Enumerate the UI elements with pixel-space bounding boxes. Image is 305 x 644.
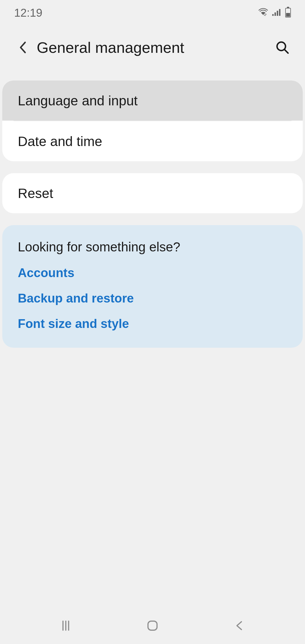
back-button[interactable] — [14, 39, 31, 56]
link-label: Accounts — [18, 266, 74, 280]
chevron-left-icon — [18, 41, 27, 54]
list-item-reset[interactable]: Reset — [2, 173, 303, 213]
list-item-label: Language and input — [18, 93, 138, 108]
recents-icon — [60, 619, 72, 632]
page-title: General management — [37, 39, 274, 56]
svg-line-5 — [285, 50, 288, 53]
svg-rect-1 — [274, 12, 276, 16]
link-font-size-and-style[interactable]: Font size and style — [2, 311, 303, 336]
link-label: Font size and style — [18, 317, 129, 330]
chevron-left-icon — [234, 619, 244, 632]
nav-back-button[interactable] — [228, 614, 250, 637]
svg-rect-0 — [272, 14, 274, 16]
settings-group-2: Reset — [2, 173, 303, 213]
link-backup-and-restore[interactable]: Backup and restore — [2, 286, 303, 311]
svg-rect-3 — [279, 9, 280, 16]
suggestions-title: Looking for something else? — [2, 231, 303, 260]
home-button[interactable] — [141, 614, 164, 637]
list-item-label: Reset — [18, 186, 53, 201]
search-button[interactable] — [274, 39, 291, 56]
status-bar: 12:19 — [0, 0, 305, 25]
wifi-icon — [258, 8, 268, 18]
settings-group-1: Language and input Date and time — [2, 80, 303, 161]
list-item-language-and-input[interactable]: Language and input — [2, 80, 303, 121]
recents-button[interactable] — [55, 614, 77, 637]
cellular-signal-icon — [272, 8, 282, 18]
status-time: 12:19 — [14, 6, 42, 19]
home-icon — [146, 619, 159, 632]
list-item-label: Date and time — [18, 134, 102, 149]
status-icons — [258, 8, 291, 18]
suggestions-card: Looking for something else? Accounts Bac… — [2, 225, 303, 348]
svg-rect-2 — [277, 11, 278, 16]
link-accounts[interactable]: Accounts — [2, 260, 303, 286]
list-item-date-and-time[interactable]: Date and time — [2, 121, 303, 161]
navigation-bar — [0, 607, 305, 644]
link-label: Backup and restore — [18, 291, 134, 305]
svg-rect-9 — [148, 621, 157, 630]
battery-icon — [285, 8, 291, 18]
app-bar: General management — [0, 25, 305, 69]
search-icon — [275, 40, 289, 55]
